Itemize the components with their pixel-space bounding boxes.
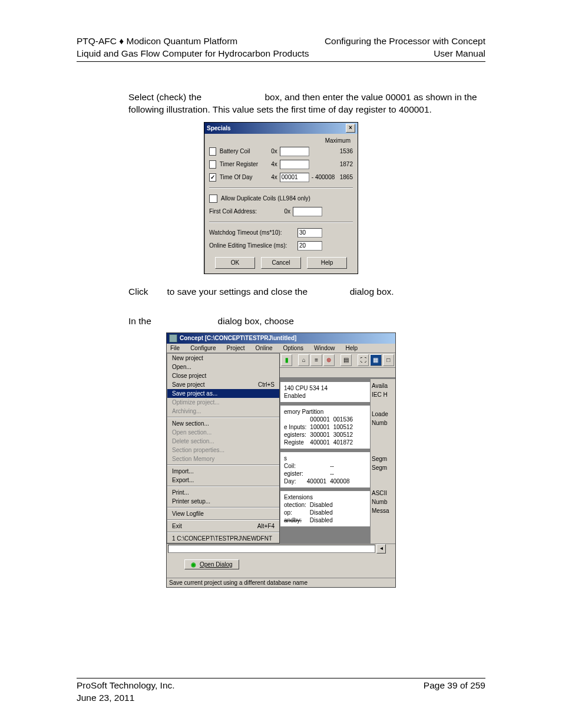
memory-table: 000001001536 e Inputs:100001100512 egist… (284, 416, 356, 446)
tod-max: 1865 (336, 174, 353, 180)
toolbar-icon-3[interactable]: ≡ (310, 354, 322, 366)
page-header: PTQ-AFC ♦ Modicon Quantum Platform Liqui… (77, 35, 485, 62)
menu-item[interactable]: Save project as... (167, 389, 279, 398)
paragraph-2: Click OK to save your settings and close… (128, 286, 485, 298)
timer-register-checkbox[interactable] (209, 160, 216, 169)
menu-item[interactable]: New section... (167, 419, 279, 428)
menu-item[interactable]: Save projectCtrl+S (167, 380, 279, 389)
step-dlg: PLC Selection (154, 316, 215, 326)
time-of-day-input[interactable] (280, 173, 309, 182)
maximum-label: Maximum (209, 137, 353, 144)
menu-window[interactable]: Window (312, 344, 338, 352)
specials-dialog: Specials × Maximum Battery Coil 0x 1536 … (204, 122, 358, 274)
header-left-2: Liquid and Gas Flow Computer for Hydroca… (77, 48, 309, 60)
time-of-day-checkbox[interactable] (209, 173, 216, 182)
specials-title: Specials (207, 125, 231, 131)
footer-company: ProSoft Technology, Inc. (77, 680, 175, 692)
menu-item[interactable]: View Logfile (167, 509, 279, 518)
timer-prefix: 4x (267, 161, 277, 167)
menu-online[interactable]: Online (253, 344, 275, 352)
cancel-button[interactable]: Cancel (261, 257, 301, 269)
menu-item[interactable]: Export... (167, 476, 279, 485)
ok-button[interactable]: OK (215, 257, 255, 269)
tod-prefix: 4x (267, 174, 277, 180)
scroll-left-icon[interactable]: ◂ (376, 544, 386, 554)
help-button[interactable]: Help (307, 257, 347, 269)
battery-coil-input[interactable] (280, 147, 309, 156)
close-icon[interactable]: × (346, 124, 355, 133)
para2-a: Click (128, 286, 151, 297)
first-coil-label: First Coil Address: (209, 208, 279, 215)
spec-table: Coil:-- egister:-- Day:400001400008 (284, 462, 353, 485)
battery-coil-checkbox[interactable] (209, 147, 216, 156)
toolbar-icon-7[interactable]: ▦ (370, 354, 381, 366)
menu-item: Archiving... (167, 407, 279, 416)
toolbar-icon-5[interactable]: ▤ (340, 354, 352, 366)
menu-item[interactable]: ExitAlt+F4 (167, 522, 279, 531)
paragraph-1: Select (check) the TIME OF DAY box, and … (128, 91, 485, 116)
footer-date: June 23, 2011 (77, 692, 175, 704)
timeslice-label: Online Editing Timeslice (ms): (209, 242, 297, 249)
para1-a: Select (check) the (128, 92, 204, 102)
header-right-2: User Manual (325, 48, 485, 60)
menu-help[interactable]: Help (343, 344, 361, 352)
first-coil-prefix: 0x (279, 208, 290, 215)
header-left-1: PTQ-AFC ♦ Modicon Quantum Platform (77, 35, 309, 48)
timer-register-label: Timer Register (220, 161, 268, 167)
menu-item[interactable]: Close project (167, 371, 279, 380)
menu-item[interactable]: Printer setup... (167, 497, 279, 506)
timeslice-input[interactable] (297, 241, 322, 251)
battery-coil-label: Battery Coil (220, 148, 268, 154)
para2-c: dialog box. (347, 286, 394, 297)
step-9: 9 In the PLC Selection dialog box, choos… (128, 316, 485, 327)
tod-suffix: - 400008 (309, 174, 336, 180)
toolbar-icon-4[interactable]: ⊕ (323, 354, 335, 366)
app-icon (169, 334, 177, 342)
para2-ok: OK (151, 286, 164, 297)
menu-item[interactable]: Open... (167, 363, 279, 371)
menu-item[interactable]: 1 C:\CONCEPT\TESTPRJ\NEWDFNT (167, 534, 279, 543)
horizontal-scrollbar[interactable]: ◂ ▸ (167, 543, 395, 554)
page-footer: ProSoft Technology, Inc. June 23, 2011 P… (77, 678, 485, 704)
open-dialog-icon: ◉ (191, 561, 196, 568)
toolbar-icon-2[interactable]: ⌂ (298, 354, 309, 366)
timer-register-input[interactable] (280, 160, 309, 169)
toolbar-icon-6[interactable]: ⛶ (358, 354, 369, 366)
menu-file[interactable]: File (168, 344, 182, 352)
watchdog-input[interactable] (297, 228, 322, 238)
menu-item: Section properties... (167, 446, 279, 454)
open-dialog-button[interactable]: ◉ Open Dialog (184, 559, 239, 569)
file-menu-dropdown: New projectOpen...Close projectSave proj… (167, 353, 280, 543)
step-b: dialog box, choose (215, 316, 296, 326)
allow-duplicate-checkbox[interactable] (209, 195, 217, 203)
ext-table: otection:Disabled op:Disabled andby:Disa… (284, 501, 336, 524)
right-edge-labels: Availa IEC H Loade Numb Segm Segm ASCII … (370, 379, 395, 543)
menu-item: Section Memory (167, 454, 279, 463)
first-coil-input[interactable] (293, 207, 322, 216)
menu-item[interactable]: Import... (167, 467, 279, 476)
battery-max: 1536 (336, 148, 353, 154)
app-title: Concept [C:\CONCEPT\TESTPRJ\untitled] (180, 335, 296, 341)
allow-duplicate-label: Allow Duplicate Coils (LL984 only) (221, 195, 310, 202)
para2-dlg: Specials (310, 286, 347, 297)
concept-window: Concept [C:\CONCEPT\TESTPRJ\untitled] Fi… (166, 332, 396, 588)
menu-item: Open section... (167, 428, 279, 437)
battery-prefix: 0x (267, 148, 277, 154)
toolbar-icon-1[interactable]: ▮ (281, 354, 292, 366)
timer-max: 1872 (336, 161, 353, 167)
menu-item: Delete section... (167, 437, 279, 446)
time-of-day-label: Time Of Day (220, 174, 268, 180)
toolbar-icon-8[interactable]: □ (383, 354, 394, 366)
toolbar: ▮ ⌂ ≡ ⊕ ▤ ⛶ ▦ □ (280, 353, 395, 368)
menubar[interactable]: File Configure Project Online Options Wi… (167, 344, 395, 353)
step-a: In the (128, 316, 154, 326)
status-bar: Save current project using a different d… (167, 578, 395, 587)
watchdog-label: Watchdog Timeout (ms*10): (209, 229, 297, 236)
menu-project[interactable]: Project (224, 344, 247, 352)
menu-configure[interactable]: Configure (188, 344, 218, 352)
para1-bold: TIME OF DAY (204, 92, 262, 102)
menu-item[interactable]: Print... (167, 488, 279, 497)
menu-item[interactable]: New project (167, 354, 279, 363)
menu-options[interactable]: Options (281, 344, 306, 352)
header-right-1: Configuring the Processor with Concept (325, 35, 485, 48)
